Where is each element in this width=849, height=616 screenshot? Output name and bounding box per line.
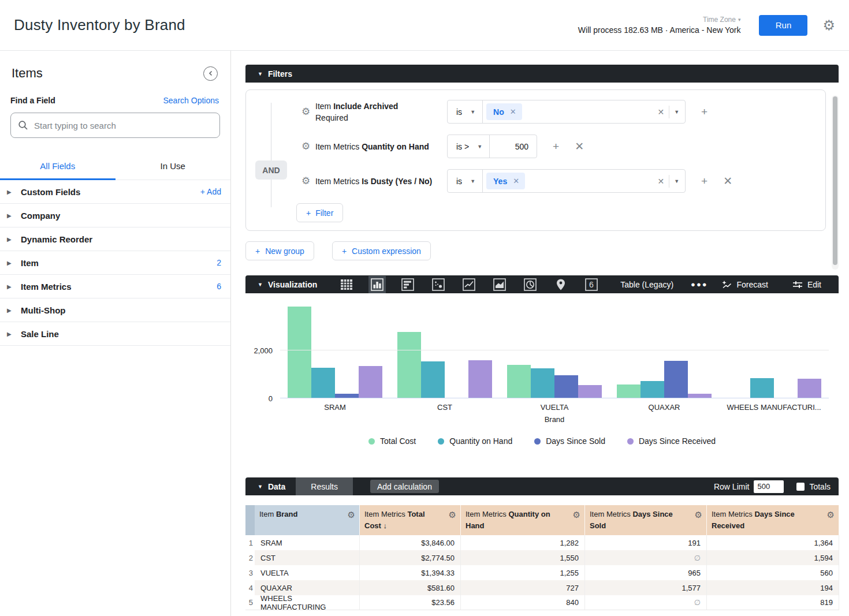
totals-checkbox[interactable] bbox=[796, 483, 805, 491]
sidebar-group-custom-fields[interactable]: ▶Custom Fields+ Add bbox=[0, 180, 230, 204]
search-input[interactable] bbox=[34, 121, 213, 130]
column-header[interactable]: Item Brand⚙ bbox=[255, 505, 360, 535]
tab-all-fields[interactable]: All Fields bbox=[0, 154, 116, 180]
edit-button[interactable]: Edit bbox=[792, 280, 821, 289]
add-custom-field-button[interactable]: + Add bbox=[200, 187, 221, 196]
search-options-link[interactable]: Search Options bbox=[163, 96, 219, 105]
filter-value-box[interactable]: No✕ ✕▼ bbox=[483, 100, 685, 123]
gear-icon[interactable]: ⚙ bbox=[301, 106, 315, 118]
tab-in-use[interactable]: In Use bbox=[116, 154, 231, 180]
bar[interactable] bbox=[507, 365, 531, 398]
column-header[interactable]: Item Metrics Days Since Received⚙ bbox=[707, 505, 839, 535]
chevron-down-icon[interactable]: ▼ bbox=[674, 109, 679, 115]
sidebar-group-multi-shop[interactable]: ▶Multi-Shop bbox=[0, 298, 230, 322]
add-filter-button[interactable]: +Filter bbox=[296, 203, 343, 222]
bar[interactable] bbox=[311, 368, 335, 398]
field-search-box[interactable] bbox=[10, 113, 220, 138]
add-value-icon[interactable]: + bbox=[701, 175, 708, 188]
single-value-icon[interactable]: 6 bbox=[583, 276, 600, 293]
clear-icon[interactable]: ✕ bbox=[657, 177, 664, 186]
remove-filter-icon[interactable]: ✕ bbox=[575, 140, 584, 153]
legend-item[interactable]: Quantity on Hand bbox=[438, 436, 512, 446]
scatter-chart-icon[interactable] bbox=[430, 276, 447, 293]
filter-operator-dropdown[interactable]: is▼ bbox=[448, 170, 483, 192]
data-header-bar[interactable]: ▼ Data Results Add calculation Row Limit… bbox=[245, 477, 839, 495]
bar[interactable] bbox=[617, 384, 641, 398]
filter-operator-dropdown[interactable]: is >▼ bbox=[448, 135, 490, 158]
filter-value-input-box[interactable] bbox=[490, 135, 537, 158]
chart-type-switcher: 6 bbox=[338, 276, 600, 293]
pie-chart-icon[interactable] bbox=[522, 276, 539, 293]
chevron-right-icon: ▶ bbox=[7, 260, 21, 266]
table-icon[interactable] bbox=[338, 276, 355, 293]
gear-icon[interactable]: ⚙ bbox=[301, 140, 315, 152]
results-tab[interactable]: Results bbox=[296, 477, 353, 495]
ellipsis-icon[interactable]: ●●● bbox=[691, 280, 708, 289]
bar-chart-icon[interactable] bbox=[399, 276, 416, 293]
row-limit-label: Row Limit bbox=[714, 482, 749, 491]
map-pin-icon[interactable] bbox=[552, 276, 569, 293]
gear-icon[interactable]: ⚙ bbox=[449, 509, 456, 521]
scrollbar-thumb[interactable] bbox=[833, 96, 837, 265]
gear-icon[interactable]: ⚙ bbox=[573, 509, 580, 521]
sidebar-group-item-metrics[interactable]: ▶Item Metrics6 bbox=[0, 275, 230, 298]
sliders-icon bbox=[792, 280, 803, 289]
row-limit-input[interactable] bbox=[754, 480, 784, 493]
gear-icon[interactable]: ⚙ bbox=[348, 509, 355, 521]
viz-type-menu[interactable]: Table (Legacy) bbox=[620, 280, 673, 289]
run-button[interactable]: Run bbox=[759, 15, 807, 36]
clear-icon[interactable]: ✕ bbox=[657, 107, 664, 117]
forecast-button[interactable]: Forecast bbox=[721, 280, 768, 289]
close-icon[interactable]: ✕ bbox=[513, 177, 519, 185]
bar[interactable] bbox=[468, 360, 492, 398]
bar[interactable] bbox=[554, 375, 578, 398]
gear-icon[interactable]: ⚙ bbox=[301, 175, 315, 187]
bar[interactable] bbox=[750, 378, 774, 398]
custom-expression-button[interactable]: +Custom expression bbox=[332, 241, 431, 260]
legend-item[interactable]: Days Since Received bbox=[627, 436, 716, 446]
bar[interactable] bbox=[531, 368, 554, 398]
chevron-down-icon[interactable]: ▼ bbox=[674, 178, 679, 184]
sidebar-group-sale-line[interactable]: ▶Sale Line bbox=[0, 322, 230, 346]
bar[interactable] bbox=[798, 379, 821, 398]
column-header[interactable]: Item Metrics Quantity on Hand⚙ bbox=[461, 505, 585, 535]
column-header[interactable]: Item Metrics Days Since Sold⚙ bbox=[585, 505, 707, 535]
and-operator-badge[interactable]: AND bbox=[255, 160, 287, 180]
filters-scrollbar[interactable] bbox=[832, 95, 839, 270]
sidebar-group-item[interactable]: ▶Item2 bbox=[0, 251, 230, 275]
bar[interactable] bbox=[359, 366, 382, 398]
gear-icon[interactable]: ⚙ bbox=[822, 18, 835, 32]
filter-value-input[interactable] bbox=[498, 142, 528, 151]
filter-operator-dropdown[interactable]: is▼ bbox=[448, 100, 483, 123]
add-calculation-button[interactable]: Add calculation bbox=[370, 480, 439, 493]
area-chart-icon[interactable] bbox=[491, 276, 508, 293]
gear-icon[interactable]: ⚙ bbox=[695, 509, 702, 521]
add-value-icon[interactable]: + bbox=[553, 140, 559, 153]
gear-icon[interactable]: ⚙ bbox=[827, 509, 835, 521]
close-icon[interactable]: ✕ bbox=[510, 107, 516, 116]
line-chart-icon[interactable] bbox=[460, 276, 478, 293]
bar[interactable] bbox=[288, 307, 311, 398]
filter-value-box[interactable]: Yes✕ ✕▼ bbox=[483, 170, 685, 192]
bar[interactable] bbox=[421, 361, 445, 398]
bar[interactable] bbox=[641, 381, 664, 398]
bar[interactable] bbox=[664, 361, 688, 398]
new-group-button[interactable]: +New group bbox=[245, 241, 314, 260]
chevron-left-circle-icon[interactable] bbox=[203, 66, 218, 81]
sidebar-group-dynamic-reorder[interactable]: ▶Dynamic Reorder bbox=[0, 227, 230, 251]
bar[interactable] bbox=[578, 385, 602, 398]
filters-header-bar[interactable]: ▼ Filters bbox=[245, 65, 839, 83]
visualization-header-bar[interactable]: ▼ Visualization bbox=[245, 275, 839, 293]
filter-value-chip[interactable]: Yes✕ bbox=[486, 173, 525, 189]
bar[interactable] bbox=[397, 332, 421, 398]
column-header[interactable]: Item Metrics Total Cost ↓⚙ bbox=[360, 505, 461, 535]
add-value-icon[interactable]: + bbox=[701, 106, 708, 118]
x-axis-label: VUELTA bbox=[507, 403, 602, 412]
sidebar-group-company[interactable]: ▶Company bbox=[0, 204, 230, 227]
column-chart-icon[interactable] bbox=[368, 276, 386, 293]
legend-item[interactable]: Total Cost bbox=[368, 436, 416, 446]
remove-filter-icon[interactable]: ✕ bbox=[723, 174, 732, 188]
timezone-dropdown[interactable]: Time Zone▾ bbox=[703, 16, 740, 24]
filter-value-chip[interactable]: No✕ bbox=[486, 103, 522, 120]
legend-item[interactable]: Days Since Sold bbox=[534, 436, 605, 446]
